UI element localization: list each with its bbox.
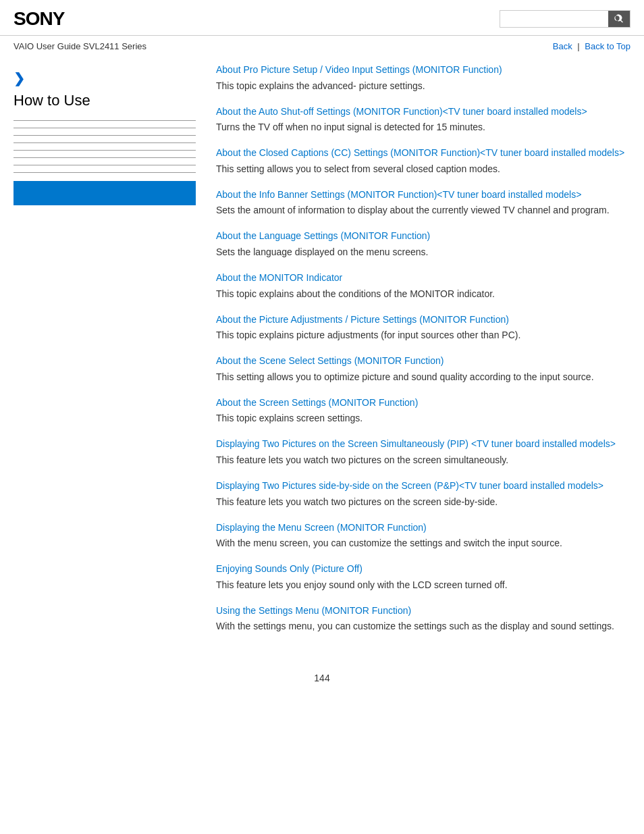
topic-block: Displaying the Menu Screen (MONITOR Func…: [216, 521, 630, 551]
sidebar-lines: [14, 120, 196, 173]
search-input[interactable]: [500, 11, 608, 27]
sidebar-title: How to Use: [14, 92, 196, 109]
topic-link-0[interactable]: About Pro Picture Setup / Video Input Se…: [216, 64, 502, 75]
guide-label: VAIO User Guide SVL2411 Series: [14, 41, 146, 51]
topic-desc-7: This setting allows you to optimize pict…: [216, 370, 630, 384]
topic-desc-6: This topic explains picture adjustments …: [216, 328, 630, 342]
topic-desc-2: This setting allows you to select from s…: [216, 162, 630, 176]
topic-block: About the Picture Adjustments / Picture …: [216, 313, 630, 343]
sidebar-divider-6: [14, 157, 196, 158]
nav-separator: |: [577, 41, 579, 51]
topic-desc-11: With the menu screen, you can customize …: [216, 536, 630, 550]
main-layout: ❯ How to Use About Pro Picture Setup / V…: [0, 57, 644, 659]
search-icon: [614, 14, 624, 24]
sidebar-divider-4: [14, 142, 196, 143]
sidebar-chevron-icon[interactable]: ❯: [14, 70, 196, 86]
back-link[interactable]: Back: [553, 41, 572, 51]
sidebar-divider-7: [14, 165, 196, 165]
topic-block: About the MONITOR IndicatorThis topic ex…: [216, 271, 630, 301]
topic-block: About the Auto Shut-off Settings (MONITO…: [216, 105, 630, 135]
sidebar-divider-1: [14, 120, 196, 121]
topic-block: About the Language Settings (MONITOR Fun…: [216, 230, 630, 259]
topic-block: Enjoying Sounds Only (Picture Off)This f…: [216, 563, 630, 592]
sidebar-divider-3: [14, 135, 196, 136]
sub-header: VAIO User Guide SVL2411 Series Back | Ba…: [0, 36, 644, 57]
topic-desc-1: Turns the TV off when no input signal is…: [216, 120, 630, 134]
topic-desc-10: This feature lets you watch two pictures…: [216, 495, 630, 509]
topic-block: About Pro Picture Setup / Video Input Se…: [216, 63, 630, 93]
sidebar-divider-8: [14, 172, 196, 173]
topic-link-8[interactable]: About the Screen Settings (MONITOR Funct…: [216, 397, 418, 408]
topic-link-5[interactable]: About the MONITOR Indicator: [216, 272, 342, 283]
topic-desc-0: This topic explains the advanced- pictur…: [216, 79, 630, 93]
topic-block: Displaying Two Pictures side-by-side on …: [216, 479, 630, 509]
sony-logo: SONY: [14, 8, 64, 30]
topic-desc-9: This feature lets you watch two pictures…: [216, 453, 630, 467]
topic-link-1[interactable]: About the Auto Shut-off Settings (MONITO…: [216, 106, 587, 117]
topic-link-4[interactable]: About the Language Settings (MONITOR Fun…: [216, 230, 430, 241]
page-number: 144: [0, 659, 644, 690]
topic-link-11[interactable]: Displaying the Menu Screen (MONITOR Func…: [216, 522, 427, 533]
topic-link-12[interactable]: Enjoying Sounds Only (Picture Off): [216, 563, 363, 574]
topic-desc-12: This feature lets you enjoy sound only w…: [216, 578, 630, 592]
back-to-top-link[interactable]: Back to Top: [585, 41, 630, 51]
sidebar-divider-5: [14, 150, 196, 151]
topic-link-9[interactable]: Displaying Two Pictures on the Screen Si…: [216, 438, 616, 449]
topic-block: About the Scene Select Settings (MONITOR…: [216, 355, 630, 384]
sidebar-highlight[interactable]: [14, 181, 196, 205]
topic-link-2[interactable]: About the Closed Captions (CC) Settings …: [216, 147, 624, 158]
topic-desc-4: Sets the language displayed on the menu …: [216, 245, 630, 259]
topic-link-10[interactable]: Displaying Two Pictures side-by-side on …: [216, 480, 603, 491]
search-button[interactable]: [608, 11, 630, 27]
sidebar-divider-2: [14, 128, 196, 128]
topic-desc-13: With the settings menu, you can customiz…: [216, 619, 630, 633]
topic-desc-8: This topic explains screen settings.: [216, 411, 630, 425]
topic-block: Displaying Two Pictures on the Screen Si…: [216, 438, 630, 467]
header: SONY: [0, 0, 644, 36]
topic-block: Using the Settings Menu (MONITOR Functio…: [216, 604, 630, 634]
topic-desc-5: This topic explains about the conditions…: [216, 287, 630, 301]
content-area: About Pro Picture Setup / Video Input Se…: [209, 63, 630, 646]
topic-block: About the Screen Settings (MONITOR Funct…: [216, 396, 630, 426]
topic-link-13[interactable]: Using the Settings Menu (MONITOR Functio…: [216, 605, 411, 616]
topic-block: About the Closed Captions (CC) Settings …: [216, 147, 630, 176]
topic-link-7[interactable]: About the Scene Select Settings (MONITOR…: [216, 355, 444, 366]
search-box: [500, 10, 630, 28]
nav-links: Back | Back to Top: [553, 41, 630, 51]
topic-desc-3: Sets the amount of information to displa…: [216, 203, 630, 217]
sidebar: ❯ How to Use: [14, 63, 209, 646]
topic-block: About the Info Banner Settings (MONITOR …: [216, 188, 630, 218]
topic-link-6[interactable]: About the Picture Adjustments / Picture …: [216, 314, 509, 325]
topic-link-3[interactable]: About the Info Banner Settings (MONITOR …: [216, 189, 581, 200]
